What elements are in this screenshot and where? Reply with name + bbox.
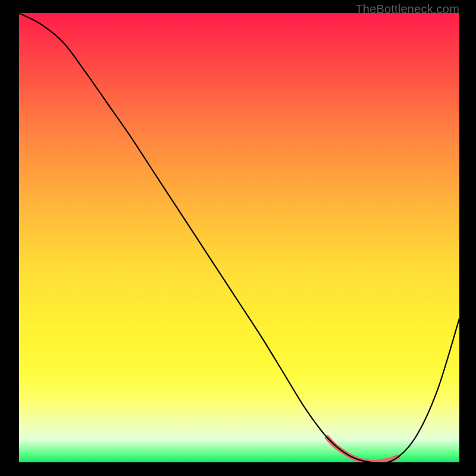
curve-line [19,13,459,462]
plot-area [19,13,459,462]
watermark-text: TheBottleneck.com [355,2,459,16]
curve-highlight [327,438,397,463]
chart-container: TheBottleneck.com [0,0,476,476]
curve-svg [19,13,459,462]
